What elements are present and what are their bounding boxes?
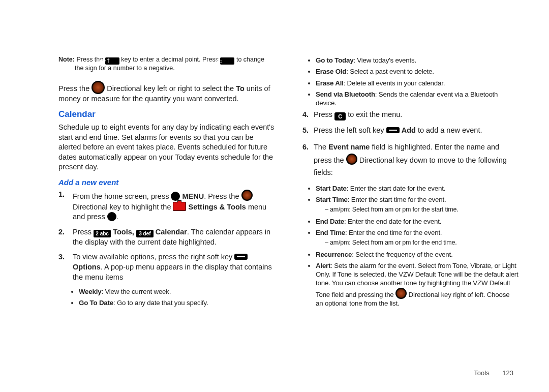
s3b: . A pop-up menu appears in the display t… bbox=[73, 263, 272, 281]
s5a: Press the left soft key bbox=[314, 126, 384, 134]
s6a: The bbox=[314, 143, 328, 151]
heading-add-event: Add a new event bbox=[58, 177, 274, 188]
st-t: : Enter the start time for the event. bbox=[348, 196, 446, 203]
s1-menu: MENU bbox=[182, 192, 204, 200]
step-5-num: 5. bbox=[302, 126, 309, 136]
sd-t: : Enter the start date for the event. bbox=[347, 185, 445, 192]
softkey-icon bbox=[386, 127, 400, 133]
bullet-endtime: End Time: Enter the end time for the eve… bbox=[316, 228, 518, 247]
s1-settings: Settings & Tools bbox=[189, 203, 246, 211]
goto-t: : Go to any date that you specify. bbox=[113, 299, 208, 307]
step3-bullets: Weekly: View the current week. Go To Dat… bbox=[58, 287, 274, 308]
bullet-enddate: End Date: Enter the end date for the eve… bbox=[316, 217, 518, 226]
bullet-bluetooth: Send via Bluetooth: Sends the calendar e… bbox=[316, 90, 518, 108]
s6-ev: Event name bbox=[328, 143, 370, 151]
step-5: 5. Press the left soft key Add to add a … bbox=[314, 126, 518, 136]
weekly-b: Weekly bbox=[79, 288, 101, 295]
rec-b: Recurrence bbox=[316, 251, 352, 258]
s1c: Directional key to highlight the bbox=[73, 203, 171, 211]
step-4-num: 4. bbox=[302, 110, 309, 120]
bullet-weekly: Weekly: View the current week. bbox=[79, 287, 274, 296]
hash-key-icon: # ⌂ bbox=[220, 57, 234, 65]
eraseold-t: : Select a past event to delete. bbox=[346, 68, 434, 75]
directional-para: Press the Directional key left or right … bbox=[58, 81, 274, 104]
step-1-num: 1. bbox=[58, 190, 65, 200]
bullet-recurrence: Recurrence: Select the frequency of the … bbox=[316, 250, 518, 259]
s4a: Press bbox=[314, 110, 332, 118]
clr-key-icon: C bbox=[334, 112, 346, 120]
ok-key-icon bbox=[107, 212, 116, 221]
step-3: 3. To view available options, press the … bbox=[73, 252, 274, 282]
right-column: Go to Today: View today's events. Erase … bbox=[302, 56, 518, 311]
st-b: Start Time bbox=[316, 196, 348, 203]
s3-opt: Options bbox=[73, 263, 101, 271]
s2a: Press bbox=[73, 228, 92, 236]
note-text-b: key to enter a decimal point. Press bbox=[121, 56, 219, 63]
softkey-icon bbox=[234, 254, 248, 260]
field-bullets: Start Date: Enter the start date for the… bbox=[302, 184, 518, 308]
step-4: 4. Press C to exit the menu. bbox=[314, 110, 518, 120]
bullet-eraseall: Erase All: Delete all events in your cal… bbox=[316, 79, 518, 87]
star-key-icon: ✱ + † bbox=[105, 57, 119, 65]
bullet-today: Go to Today: View today's events. bbox=[316, 56, 518, 65]
ok-key-icon bbox=[171, 192, 180, 201]
step-6: 6. The Event name field is highlighted. … bbox=[314, 141, 518, 179]
s5-add: Add bbox=[402, 126, 416, 134]
et-t: : Enter the end time for the event. bbox=[345, 229, 442, 236]
starttime-sub: – am/pm: Select from am or pm for the st… bbox=[316, 205, 518, 214]
et-b: End Time bbox=[316, 229, 345, 236]
s4b: to exit the menu. bbox=[348, 110, 402, 118]
ed-b: End Date bbox=[316, 218, 344, 225]
page: Note: Press the ✱ + † key to enter a dec… bbox=[0, 0, 549, 392]
bullet-eraseold: Erase Old: Select a past event to delete… bbox=[316, 67, 518, 76]
s1e: . bbox=[116, 213, 118, 221]
goto-b: Go To Date bbox=[79, 299, 113, 307]
step-2: 2. Press 2 abc Tools, 3 def Calendar. Th… bbox=[73, 227, 274, 248]
eraseold-b: Erase Old bbox=[316, 68, 346, 75]
steps-left: 1. From the home screen, press MENU. Pre… bbox=[58, 190, 274, 282]
bullet-startdate: Start Date: Enter the start date for the… bbox=[316, 184, 518, 193]
s2-cal: Calendar bbox=[156, 228, 187, 236]
bullet-starttime: Start Time: Enter the start time for the… bbox=[316, 195, 518, 214]
directional-key-icon bbox=[92, 81, 105, 94]
footer-page: 123 bbox=[502, 369, 513, 377]
calendar-para: Schedule up to eight events for any day … bbox=[58, 123, 274, 172]
bt-b: Send via Bluetooth bbox=[316, 91, 375, 98]
step-2-num: 2. bbox=[58, 227, 65, 237]
sd-b: Start Date bbox=[316, 185, 347, 192]
bullet-alert: Alert: Sets the alarm for the event. Sel… bbox=[316, 261, 518, 308]
s5b: to add a new event. bbox=[416, 126, 482, 134]
toolbox-icon bbox=[173, 202, 186, 211]
note-box: Note: Press the ✱ + † key to enter a dec… bbox=[58, 56, 274, 73]
two-column-layout: Note: Press the ✱ + † key to enter a dec… bbox=[58, 56, 518, 311]
rec-t: : Select the frequency of the event. bbox=[352, 251, 452, 258]
s1a: From the home screen, press bbox=[73, 192, 169, 200]
steps-right: 4. Press C to exit the menu. 5. Press th… bbox=[302, 110, 518, 178]
eraseall-t: : Delete all events in your calendar. bbox=[344, 79, 445, 87]
weekly-t: : View the current week. bbox=[101, 288, 171, 295]
step-6-num: 6. bbox=[302, 141, 309, 154]
key-3-icon: 3 def bbox=[136, 230, 154, 237]
page-footer: Tools 123 bbox=[474, 369, 513, 378]
eraseall-b: Erase All bbox=[316, 79, 344, 87]
heading-calendar: Calendar bbox=[58, 109, 274, 120]
step3-bullets-cont: Go to Today: View today's events. Erase … bbox=[302, 56, 518, 107]
today-t: : View today's events. bbox=[353, 56, 416, 64]
press-the: Press the bbox=[58, 84, 89, 93]
bullet-gotodate: Go To Date: Go to any date that you spec… bbox=[79, 298, 274, 308]
footer-section: Tools bbox=[474, 369, 489, 377]
today-b: Go to Today bbox=[316, 56, 353, 64]
s1b: . Press the bbox=[204, 192, 239, 200]
step-1: 1. From the home screen, press MENU. Pre… bbox=[73, 190, 274, 222]
directional-key-icon bbox=[395, 288, 407, 299]
ed-t: : Enter the end date for the event. bbox=[344, 218, 441, 225]
key-2-icon: 2 abc bbox=[94, 230, 111, 237]
step-3-num: 3. bbox=[58, 252, 65, 262]
endtime-sub: – am/pm: Select from am or pm for the en… bbox=[316, 238, 518, 247]
al-b: Alert bbox=[316, 262, 330, 269]
directional-key-icon bbox=[241, 190, 253, 201]
left-column: Note: Press the ✱ + † key to enter a dec… bbox=[58, 56, 274, 311]
s3a: To view available options, press the rig… bbox=[73, 253, 232, 261]
directional-key-icon bbox=[346, 154, 357, 165]
to-bold: To bbox=[236, 84, 245, 93]
